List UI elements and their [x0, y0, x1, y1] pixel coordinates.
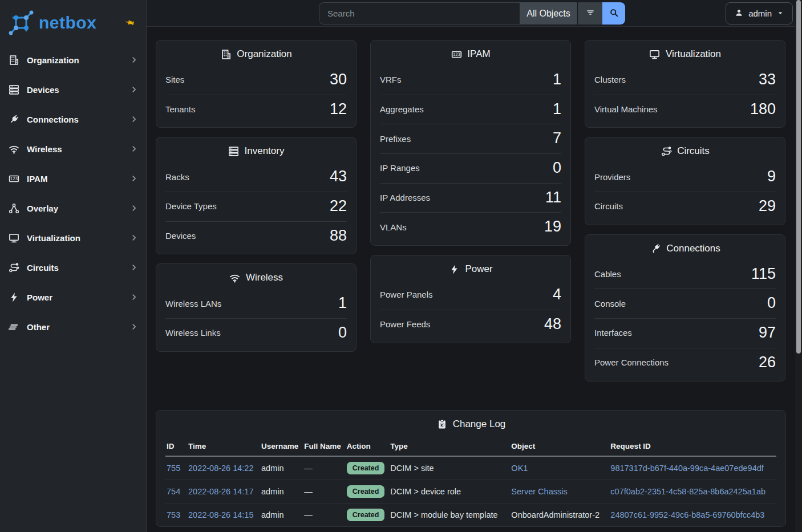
object-link[interactable]: OK1	[511, 464, 528, 473]
search-submit-button[interactable]	[602, 2, 625, 25]
stat-row-cables[interactable]: Cables115	[594, 260, 776, 289]
sidebar-item-label: Power	[27, 293, 52, 302]
filter-button[interactable]	[577, 2, 602, 25]
stat-row-virtual-machines[interactable]: Virtual Machines180	[594, 95, 776, 124]
change-log-card: Change Log IDTimeUsernameFull NameAction…	[156, 410, 786, 527]
change-log-table-wrap: IDTimeUsernameFull NameActionTypeObjectR…	[156, 434, 785, 526]
stat-row-prefixes[interactable]: Prefixes7	[380, 124, 561, 153]
stat-value: 19	[544, 218, 561, 235]
stat-label: Clusters	[594, 75, 626, 84]
stat-row-device-types[interactable]: Device Types22	[165, 192, 347, 221]
column-header-action: Action	[346, 437, 390, 456]
stat-row-vrfs[interactable]: VRFs1	[380, 66, 561, 95]
stat-row-power-connections[interactable]: Power Connections26	[594, 348, 776, 377]
stat-value: 0	[338, 324, 347, 342]
change-time-link[interactable]: 2022-08-26 14:22	[188, 464, 254, 473]
chevron-right-icon	[130, 174, 138, 182]
plug-icon	[8, 113, 19, 125]
stat-rows: VRFs1Aggregates1Prefixes7IP Ranges0IP Ad…	[371, 64, 570, 245]
request-id-link[interactable]: 24807c61-9952-49c6-b8a5-69760bfcc4b3	[610, 510, 764, 519]
request-id-link[interactable]: c07f0ab2-2351-4c58-825a-8b6a2425a1ab	[610, 487, 765, 496]
stat-row-wireless-lans[interactable]: Wireless LANs1	[165, 289, 347, 318]
stat-label: Power Feeds	[380, 319, 430, 329]
sidebar-item-label: Organization	[27, 55, 79, 65]
chevron-right-icon	[130, 86, 138, 94]
stat-row-providers[interactable]: Providers9	[594, 163, 776, 192]
card-header: Organization	[156, 40, 356, 64]
sidebar-item-virtualization[interactable]: Virtualization	[0, 223, 146, 253]
chevron-right-icon	[130, 115, 138, 123]
chevron-right-icon	[130, 204, 138, 212]
user-menu-button[interactable]: admin	[726, 2, 793, 25]
search-input[interactable]	[319, 2, 520, 25]
stat-row-vlans[interactable]: VLANs19	[380, 212, 561, 242]
chevron-right-icon	[130, 56, 138, 64]
sidebar-item-ipam[interactable]: 123IPAM	[0, 164, 146, 193]
sidebar-item-power[interactable]: Power	[0, 282, 146, 312]
sidebar-item-devices[interactable]: Devices	[0, 75, 146, 104]
change-time-link[interactable]: 2022-08-26 14:15	[188, 510, 254, 519]
sidebar-item-other[interactable]: Other	[0, 312, 146, 342]
sidebar-item-organization[interactable]: Organization	[0, 45, 146, 75]
stat-label: Circuits	[594, 201, 623, 211]
stat-row-console[interactable]: Console0	[594, 289, 776, 318]
search-scope-button[interactable]: All Objects	[520, 2, 577, 25]
main-content: OrganizationSites30Tenants12InventoryRac…	[147, 27, 795, 532]
type-cell: DCIM > site	[389, 456, 510, 480]
page-scrollbar[interactable]	[795, 0, 802, 532]
change-time-link[interactable]: 2022-08-26 14:17	[188, 487, 254, 496]
sidebar-item-circuits[interactable]: Circuits	[0, 253, 146, 282]
request-id-link[interactable]: 9817317d-b67f-440a-99ca-4ae07ede94df	[610, 464, 763, 473]
column-header-time: Time	[187, 437, 260, 456]
stat-value: 30	[330, 71, 347, 88]
stat-value: 11	[545, 189, 561, 206]
sidebar: netbox OrganizationDevicesConnectionsWir…	[0, 0, 147, 532]
sidebar-item-wireless[interactable]: Wireless	[0, 134, 146, 164]
stat-value: 4	[553, 286, 561, 303]
stat-row-circuits[interactable]: Circuits29	[594, 192, 776, 221]
chevron-right-icon	[130, 234, 138, 242]
column-header-request-id: Request ID	[609, 437, 776, 456]
transit-icon	[661, 145, 672, 157]
stat-row-aggregates[interactable]: Aggregates1	[380, 95, 561, 124]
change-id-link[interactable]: 755	[167, 464, 180, 473]
stat-row-racks[interactable]: Racks43	[165, 163, 347, 192]
stat-row-interfaces[interactable]: Interfaces97	[594, 318, 776, 348]
sidebar-item-label: Other	[27, 322, 50, 332]
pin-icon[interactable]	[125, 18, 135, 27]
sidebar-item-connections[interactable]: Connections	[0, 104, 146, 134]
stat-label: Console	[594, 299, 626, 308]
stat-value: 12	[330, 101, 347, 118]
sidebar-item-label: IPAM	[27, 174, 47, 184]
svg-text:123: 123	[453, 52, 460, 57]
change-id-link[interactable]: 754	[167, 487, 180, 496]
stat-row-sites[interactable]: Sites30	[165, 66, 347, 95]
card-virtualization: VirtualizationClusters33Virtual Machines…	[585, 40, 785, 128]
change-log-header: Change Log	[156, 411, 785, 434]
stats-column: OrganizationSites30Tenants12InventoryRac…	[156, 40, 357, 361]
card-circuits: CircuitsProviders9Circuits29	[585, 137, 785, 225]
stat-row-ip-ranges[interactable]: IP Ranges0	[380, 153, 561, 183]
sidebar-item-overlay[interactable]: Overlay	[0, 193, 146, 223]
stat-row-power-panels[interactable]: Power Panels4	[380, 281, 561, 310]
counter-icon: 123	[8, 173, 19, 184]
wifi-icon	[8, 143, 19, 155]
scrollbar-thumb[interactable]	[796, 0, 801, 354]
stat-value: 0	[553, 160, 561, 177]
stat-row-tenants[interactable]: Tenants12	[165, 95, 347, 124]
object-text: OnboardAdministrator-2	[511, 510, 600, 519]
netbox-logo-icon[interactable]	[8, 10, 34, 36]
object-link[interactable]: Server Chassis	[511, 487, 567, 496]
card-title: Circuits	[677, 145, 710, 157]
full-name-cell: —	[303, 456, 346, 480]
netbox-wordmark[interactable]: netbox	[39, 13, 96, 33]
stat-row-devices[interactable]: Devices88	[165, 221, 347, 251]
stat-row-ip-addresses[interactable]: IP Addresses11	[380, 183, 561, 213]
sidebar-item-label: Virtualization	[27, 233, 80, 243]
stat-rows: Racks43Device Types22Devices88	[156, 161, 356, 254]
change-id-link[interactable]: 753	[167, 510, 180, 519]
stat-row-power-feeds[interactable]: Power Feeds48	[380, 310, 561, 339]
stat-row-clusters[interactable]: Clusters33	[594, 66, 776, 95]
stat-row-wireless-links[interactable]: Wireless Links0	[165, 318, 347, 348]
devices-icon	[8, 84, 19, 95]
